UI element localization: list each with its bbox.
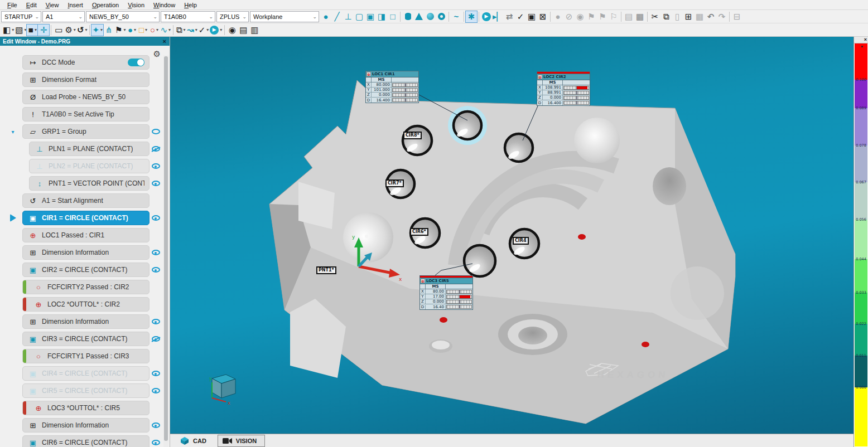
dropdown-caret-icon[interactable]: ▾ [183, 28, 185, 32]
eye-icon[interactable] [152, 250, 160, 255]
menu-insert[interactable]: Insert [64, 1, 87, 9]
eye-slash-icon[interactable] [152, 336, 160, 342]
stop-disabled-icon[interactable]: ⊘ [563, 11, 575, 22]
view-combo[interactable]: Workplane⌄ [250, 11, 319, 22]
report-chart-icon[interactable]: ▥ [249, 25, 260, 36]
command-1[interactable]: ⊞Dimension Format [22, 72, 150, 87]
bookmark-clear-icon[interactable]: ⚐ [608, 11, 619, 22]
command-14[interactable]: ⊕LOC2 *OUTTOL* : CIR2 [22, 297, 150, 312]
cone-feature-icon[interactable] [413, 11, 425, 22]
menu-help[interactable]: Help [180, 1, 201, 9]
report-list-icon[interactable]: ▤ [623, 11, 634, 22]
undo-icon[interactable]: ↶ [705, 11, 716, 22]
copy-icon[interactable]: ⧉ [660, 11, 672, 22]
eye-icon[interactable] [152, 319, 160, 324]
execute-feature-icon[interactable]: ▸▏ [492, 11, 504, 22]
rotate-view-icon[interactable]: ↺▾ [76, 25, 88, 36]
dropdown-caret-icon[interactable]: ▾ [145, 28, 147, 32]
redo-icon[interactable]: ↷ [716, 11, 727, 22]
pan-view-icon[interactable]: ✛ [38, 25, 49, 36]
eye-slash-icon[interactable] [152, 146, 160, 152]
workplane-combo[interactable]: ZPLUS⌄ [216, 11, 249, 22]
execute-program-icon[interactable]: ▶ [481, 11, 492, 22]
square-slot-feature-icon[interactable]: ◨ [376, 11, 387, 22]
feature-tag-cir8[interactable]: CIR8* [403, 132, 422, 139]
command-22[interactable]: ▣CIR6 = CIRCLE (CONTACT) [22, 435, 150, 447]
report-window-icon[interactable]: ▤ [238, 25, 249, 36]
command-15[interactable]: ⊞Dimension Information [22, 314, 150, 329]
command-6[interactable]: ⊥PLN2 = PLANE (CONTACT) [29, 159, 150, 173]
report-table-icon[interactable]: ▦ [634, 11, 645, 22]
settings-gears-icon[interactable]: ⚙▾ [64, 25, 76, 36]
dropdown-caret-icon[interactable]: ▾ [100, 28, 103, 32]
command-10[interactable]: ⊕LOC1 Passed : CIR1 [22, 228, 150, 242]
mark-done-icon[interactable]: ✓ [515, 11, 526, 22]
move-machine-icon[interactable]: ✦▾ [91, 25, 103, 36]
eye-icon[interactable] [152, 163, 160, 169]
dropdown-caret-icon[interactable]: ▾ [35, 28, 37, 32]
command-12[interactable]: ▣CIR2 = CIRCLE (CONTACT) [22, 263, 150, 277]
tip-combo[interactable]: T1A0B0⌄ [161, 11, 215, 22]
command-11[interactable]: ⊞Dimension Information [22, 245, 150, 260]
eye-icon[interactable] [152, 422, 160, 428]
dropdown-caret-icon[interactable]: ▾ [220, 28, 222, 32]
feature-control-icon[interactable]: ⚑▾ [114, 25, 126, 36]
sidebar-scrollbar[interactable] [163, 55, 168, 447]
menu-window[interactable]: Window [150, 1, 179, 9]
graph-icon[interactable]: ∿▾ [160, 25, 172, 36]
dropdown-caret-icon[interactable]: ▾ [74, 28, 76, 32]
command-16[interactable]: ▣CIR3 = CIRCLE (CONTACT) [22, 332, 150, 346]
line-feature-icon[interactable]: ╱ [331, 11, 343, 22]
auto-feature-icon[interactable]: ✱ [466, 11, 477, 22]
play-program-icon[interactable]: ▶▾ [209, 25, 223, 36]
paste-icon[interactable]: ▯ [672, 11, 683, 22]
probe-combo[interactable]: NEW5_BY_50⌄ [86, 11, 160, 22]
dropdown-caret-icon[interactable]: ▾ [156, 28, 158, 32]
point-feature-icon[interactable]: ● [320, 11, 331, 22]
command-17[interactable]: ○FCFCIRTY1 Passed : CIR3 [22, 349, 150, 363]
paste-special-icon[interactable]: ⊞ [683, 11, 694, 22]
circle-feature-icon[interactable]: ▣ [365, 11, 376, 22]
tab-cad[interactable]: CAD [176, 435, 214, 447]
menu-edit[interactable]: Edit [22, 1, 41, 9]
eye-icon[interactable] [152, 267, 160, 273]
dropdown-caret-icon[interactable]: ▾ [124, 28, 126, 32]
command-2[interactable]: ØLoad Probe - NEW5_BY_50 [22, 90, 150, 104]
feature-tag-cir4[interactable]: CIR4 [513, 237, 529, 245]
command-21[interactable]: ⊞Dimension Information [22, 418, 150, 433]
command-18[interactable]: ▣CIR4 = CIRCLE (CONTACT) [22, 366, 150, 381]
dropdown-caret-icon[interactable]: ▾ [206, 28, 209, 32]
command-8[interactable]: ↺A1 = Start Alignment [22, 193, 150, 208]
command-13[interactable]: ○FCFCIRTY2 Passed : CIR2 [22, 280, 150, 294]
menu-operation[interactable]: Operation [88, 1, 123, 9]
dcc-mode-toggle[interactable] [128, 59, 144, 66]
mark-check-icon[interactable]: ✓▾ [198, 25, 210, 36]
eye-icon[interactable] [152, 388, 160, 393]
eye-icon[interactable] [152, 215, 160, 221]
command-0[interactable]: ↦DCC Mode [22, 55, 150, 70]
eye-icon[interactable] [152, 181, 160, 186]
eye-icon[interactable] [152, 371, 160, 376]
feature-tag-cir7[interactable]: CIR7* [385, 179, 404, 187]
close-icon[interactable]: × [864, 37, 867, 42]
loop-icon[interactable]: ⇄ [504, 11, 515, 22]
polygon-feature-icon[interactable]: □ [387, 11, 398, 22]
cad-transform-icon[interactable]: ◧▾ [2, 25, 15, 36]
zone-rect-icon[interactable]: □▾ [138, 25, 149, 36]
zone-circle-icon[interactable]: ○▾ [149, 25, 160, 36]
bookmark-set-icon[interactable]: ⚑ [597, 11, 608, 22]
command-7[interactable]: ↕PNT1 = VECTOR POINT (CONTACT) [29, 176, 150, 191]
eye-icon[interactable] [152, 440, 160, 445]
measurement-table-loc3-cir5[interactable]: ⊕LOC3 CIR5MSX80.00Y17.00Z0.000D16.40 [419, 275, 473, 310]
program-combo[interactable]: STARTUP⌄ [1, 11, 41, 22]
window-layout-icon[interactable]: ⧉▾ [175, 25, 186, 36]
cylinder-feature-icon[interactable] [402, 11, 413, 22]
menu-file[interactable]: File [3, 1, 21, 9]
pattern-icon[interactable]: ▦ [694, 11, 705, 22]
camera-snapshot-icon[interactable]: ◉ [226, 25, 238, 36]
close-icon[interactable]: × [163, 38, 166, 45]
document-check-icon[interactable]: ▣ [526, 11, 537, 22]
comment-icon[interactable]: ▭ [53, 25, 64, 36]
cad-viewport[interactable]: x y y x HEXAGON CIR8*CIR7*CIR6*CIR4PNT1*… [170, 37, 853, 447]
eye-icon[interactable] [152, 129, 160, 134]
